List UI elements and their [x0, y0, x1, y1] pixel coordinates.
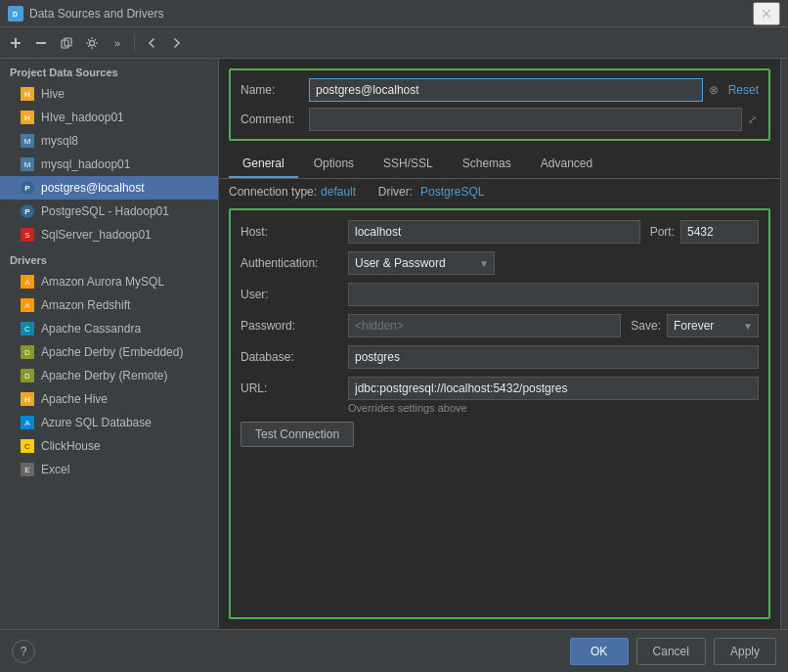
sidebar-item-postgres-localhost[interactable]: P postgres@localhost: [0, 176, 218, 200]
sidebar-item-label: HIve_hadoop01: [41, 111, 124, 124]
app-icon: D: [8, 6, 23, 22]
conn-type-link[interactable]: default: [321, 185, 356, 199]
port-label: Port:: [650, 225, 675, 239]
sidebar-item-azure-sql[interactable]: A Azure SQL Database: [0, 411, 218, 434]
port-input[interactable]: [680, 220, 759, 244]
sidebar-item-label: postgres@localhost: [41, 181, 145, 195]
sidebar-item-clickhouse[interactable]: C ClickHouse: [0, 434, 218, 458]
sidebar-item-amazon-aurora[interactable]: A Amazon Aurora MySQL: [0, 270, 218, 293]
back-button[interactable]: [140, 31, 163, 55]
cancel-button[interactable]: Cancel: [636, 638, 706, 665]
window-title: Data Sources and Drivers: [29, 7, 753, 21]
sidebar-item-label: PostgreSQL - Hadoop01: [41, 204, 169, 218]
settings-button[interactable]: [80, 31, 104, 55]
mysql-hadoop-icon: M: [20, 157, 35, 172]
name-actions: ⊗: [707, 81, 721, 99]
excel-icon: E: [20, 462, 35, 477]
connection-section: Host: Port: Authentication: User & Passw…: [229, 208, 770, 619]
add-button[interactable]: [4, 31, 27, 55]
tab-schemas[interactable]: Schemas: [449, 151, 525, 178]
driver-label: Driver:: [378, 185, 413, 199]
comment-label: Comment:: [241, 112, 309, 126]
apache-hive-icon: H: [20, 391, 35, 407]
ok-button[interactable]: OK: [570, 638, 629, 665]
database-row: Database:: [241, 345, 759, 369]
user-input[interactable]: [348, 283, 759, 306]
derby-remote-icon: D: [20, 368, 35, 383]
database-input[interactable]: [348, 345, 759, 369]
driver-link[interactable]: PostgreSQL: [420, 185, 484, 199]
duplicate-button[interactable]: [55, 31, 78, 55]
url-label: URL:: [241, 381, 348, 395]
title-bar: D Data Sources and Drivers ✕: [0, 0, 788, 27]
sidebar-item-label: ClickHouse: [41, 439, 101, 453]
expand-comment-button[interactable]: ⤢: [746, 112, 759, 128]
azure-icon: A: [20, 415, 35, 430]
url-row: URL:: [241, 377, 759, 400]
cassandra-icon: C: [20, 321, 35, 336]
url-input[interactable]: [348, 377, 759, 400]
auth-select[interactable]: User & Password No auth LDAP Kerberos: [348, 251, 495, 275]
sidebar-item-apache-derby-embedded[interactable]: D Apache Derby (Embedded): [0, 340, 218, 364]
host-port-row: Host: Port:: [241, 220, 759, 244]
save-select[interactable]: Forever Until restart Never: [667, 314, 759, 337]
reset-link[interactable]: Reset: [728, 83, 759, 97]
url-note: Overrides settings above: [241, 402, 759, 414]
conn-type-label: Connection type:: [229, 185, 317, 199]
sidebar-item-apache-derby-remote[interactable]: D Apache Derby (Remote): [0, 364, 218, 387]
right-scrollbar[interactable]: [780, 59, 788, 629]
svg-text:D: D: [13, 11, 18, 18]
sidebar-item-apache-hive[interactable]: H Apache Hive: [0, 387, 218, 411]
sidebar-item-excel[interactable]: E Excel: [0, 458, 218, 481]
svg-rect-3: [11, 42, 21, 44]
user-label: User:: [241, 288, 348, 301]
sidebar-item-mysql-hadoop[interactable]: M mysql_hadoop01: [0, 153, 218, 176]
name-clear-button[interactable]: ⊗: [707, 81, 721, 99]
toolbar: »: [0, 27, 788, 59]
amazon-aurora-icon: A: [20, 274, 35, 290]
sidebar-item-hive[interactable]: H Hive: [0, 82, 218, 106]
sidebar-item-postgresql-hadoop[interactable]: P PostgreSQL - Hadoop01: [0, 200, 218, 223]
content-panel: Name: ⊗ Reset Comment: ⤢ General Options…: [219, 59, 780, 629]
password-input[interactable]: [348, 314, 621, 337]
pg-hadoop-icon: P: [20, 203, 35, 219]
help-button[interactable]: ?: [12, 640, 35, 663]
mysql8-icon: M: [20, 133, 35, 149]
tab-options[interactable]: Options: [300, 151, 368, 178]
clickhouse-icon: C: [20, 438, 35, 454]
hive-icon: H: [20, 86, 35, 102]
sidebar-item-label: Amazon Redshift: [41, 298, 130, 312]
user-row: User:: [241, 283, 759, 306]
tab-general[interactable]: General: [229, 151, 298, 178]
derby-embedded-icon: D: [20, 344, 35, 360]
sidebar-item-mysql8[interactable]: M mysql8: [0, 129, 218, 153]
sidebar-item-sqlserver-hadoop[interactable]: S SqlServer_hadoop01: [0, 223, 218, 246]
test-connection-button[interactable]: Test Connection: [241, 422, 354, 447]
save-select-wrapper: Forever Until restart Never ▼: [667, 314, 759, 337]
sidebar-item-label: Excel: [41, 463, 69, 476]
hive-hadoop-icon: H: [20, 110, 35, 125]
amazon-redshift-icon: A: [20, 297, 35, 313]
comment-input[interactable]: [309, 108, 742, 131]
sidebar-item-hive-hadoop[interactable]: H HIve_hadoop01: [0, 106, 218, 129]
comment-row: Comment: ⤢: [241, 108, 759, 131]
host-input[interactable]: [348, 220, 640, 244]
close-button[interactable]: ✕: [753, 2, 780, 25]
more-button[interactable]: »: [106, 31, 129, 55]
sidebar-item-apache-cassandra[interactable]: C Apache Cassandra: [0, 317, 218, 340]
tab-advanced[interactable]: Advanced: [527, 151, 606, 178]
forward-button[interactable]: [165, 31, 189, 55]
tab-ssh-ssl[interactable]: SSH/SSL: [370, 151, 447, 178]
apply-button[interactable]: Apply: [714, 638, 776, 665]
sidebar-item-label: SqlServer_hadoop01: [41, 228, 152, 242]
remove-button[interactable]: [29, 31, 53, 55]
svg-rect-4: [36, 42, 46, 44]
password-save-row: Password: Save: Forever Until restart Ne…: [241, 314, 759, 337]
auth-row: Authentication: User & Password No auth …: [241, 251, 759, 275]
project-data-sources-label: Project Data Sources: [0, 59, 218, 82]
name-input[interactable]: [309, 78, 703, 102]
sidebar-item-label: mysql8: [41, 134, 78, 148]
drivers-section-label: Drivers: [0, 246, 218, 270]
sidebar-item-amazon-redshift[interactable]: A Amazon Redshift: [0, 293, 218, 317]
sidebar-item-label: Apache Derby (Embedded): [41, 345, 183, 359]
